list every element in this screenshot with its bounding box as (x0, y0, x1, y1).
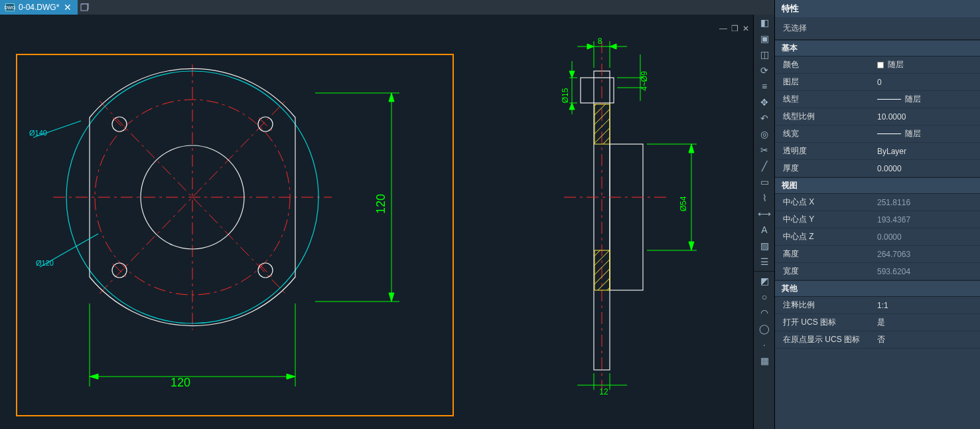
svg-marker-24 (287, 374, 295, 379)
line-icon[interactable]: ╱ (754, 158, 775, 174)
prop-label: 注释比例 (775, 300, 875, 311)
trim-icon[interactable]: ✂ (754, 142, 775, 158)
prop-row-basic-3[interactable]: 线型比例10.0000 (775, 108, 980, 126)
svg-text:Ø120: Ø120 (36, 259, 54, 267)
svg-marker-29 (389, 93, 394, 102)
prop-value[interactable]: 否 (875, 334, 980, 345)
mirror-icon[interactable]: ◫ (754, 46, 775, 62)
prop-value-text: 593.6204 (877, 267, 910, 276)
prop-row-basic-6[interactable]: 厚度0.0000 (775, 160, 980, 177)
prop-value-text: 0.0000 (877, 164, 902, 173)
prop-value-text: 0.0000 (877, 232, 902, 242)
prop-label: 线型比例 (775, 111, 875, 122)
block-icon[interactable]: ◩ (754, 273, 775, 289)
svg-rect-38 (595, 104, 610, 144)
svg-rect-0 (81, 4, 88, 11)
section-basic[interactable]: 基本 (775, 40, 980, 56)
prop-row-other-1[interactable]: 打开 UCS 图标是 (775, 314, 980, 331)
hatch-icon[interactable]: ▨ (754, 238, 775, 254)
properties-panel: 特性 无选择 基本颜色随层图层0线型随层线型比例10.0000线宽随层透明度By… (774, 0, 980, 429)
prop-row-view-1[interactable]: 中心点 Y193.4367 (775, 211, 980, 228)
arc-icon[interactable]: ◠ (754, 305, 775, 321)
new-file-icon (80, 3, 90, 11)
canvas-window-controls: — ❐ ✕ (719, 24, 749, 33)
prop-value-text: 否 (877, 334, 885, 345)
rotate-icon[interactable]: ⟳ (754, 62, 775, 78)
ellipse-icon[interactable]: ◯ (754, 321, 775, 337)
drawing-svg: Ø140 Ø120 120 120 (0, 15, 753, 429)
eraser-icon[interactable]: ◧ (754, 15, 775, 31)
layer-icon[interactable]: ☰ (754, 254, 775, 270)
svg-text:120: 120 (171, 376, 190, 389)
prop-value[interactable]: 193.4367 (875, 215, 980, 224)
prop-row-other-0[interactable]: 注释比例1:1 (775, 297, 980, 314)
linetype-swatch-icon (877, 133, 901, 134)
prop-row-other-2[interactable]: 在原点显示 UCS 图标否 (775, 331, 980, 349)
prop-value[interactable]: ByLayer (875, 147, 980, 156)
prop-value-text: 251.8116 (877, 198, 910, 207)
svg-line-15 (259, 264, 272, 277)
prop-row-basic-2[interactable]: 线型随层 (775, 91, 980, 108)
minimize-icon[interactable]: — (719, 24, 727, 33)
prop-row-view-2[interactable]: 中心点 Z0.0000 (775, 228, 980, 246)
svg-line-14 (113, 264, 126, 277)
svg-marker-59 (689, 144, 694, 153)
prop-label: 宽度 (775, 266, 875, 277)
point-icon[interactable]: · (754, 337, 775, 353)
maximize-icon[interactable]: ❐ (731, 24, 738, 33)
prop-row-view-0[interactable]: 中心点 X251.8116 (775, 194, 980, 211)
circle-icon[interactable]: ○ (754, 289, 775, 305)
svg-rect-33 (610, 144, 643, 290)
prop-row-view-4[interactable]: 宽度593.6204 (775, 263, 980, 280)
polyline-icon[interactable]: ⌇ (754, 190, 775, 206)
tab-title: 0-04.DWG* (19, 3, 59, 12)
prop-value[interactable]: 10.0000 (875, 112, 980, 122)
svg-text:12: 12 (599, 387, 608, 396)
region-icon[interactable]: ▦ (754, 353, 775, 369)
svg-marker-60 (689, 242, 694, 250)
prop-row-basic-4[interactable]: 线宽随层 (775, 126, 980, 143)
file-tab[interactable]: DWG 0-04.DWG* ✕ (0, 0, 78, 15)
prop-row-basic-0[interactable]: 颜色随层 (775, 56, 980, 74)
svg-marker-23 (90, 374, 98, 379)
select-icon[interactable]: ▣ (754, 31, 775, 46)
prop-value[interactable]: 0 (875, 78, 980, 87)
prop-value[interactable]: 593.6204 (875, 267, 980, 276)
prop-value[interactable]: 是 (875, 317, 980, 328)
drawing-canvas[interactable]: — ❐ ✕ (0, 15, 753, 429)
offset-icon[interactable]: ◎ (754, 126, 775, 142)
svg-line-12 (113, 118, 126, 131)
prop-value[interactable]: 264.7063 (875, 250, 980, 259)
prop-value-text: ByLayer (877, 147, 906, 156)
svg-text:4~Ø9: 4~Ø9 (640, 71, 649, 91)
align-icon[interactable]: ≡ (754, 78, 775, 94)
prop-value[interactable]: 随层 (875, 128, 980, 139)
prop-label: 高度 (775, 248, 875, 260)
dimension-icon[interactable]: ⟷ (754, 206, 775, 222)
undo-icon[interactable]: ↶ (754, 110, 775, 126)
prop-value[interactable]: 随层 (875, 94, 980, 105)
prop-value[interactable]: 251.8116 (875, 198, 980, 207)
svg-text:Ø140: Ø140 (29, 129, 47, 137)
new-tab-button[interactable] (78, 0, 92, 15)
prop-label: 线型 (775, 94, 875, 105)
prop-label: 中心点 Y (775, 214, 875, 225)
prop-value[interactable]: 随层 (875, 59, 980, 70)
rect-icon[interactable]: ▭ (754, 174, 775, 190)
prop-label: 中心点 X (775, 197, 875, 208)
prop-row-basic-1[interactable]: 图层0 (775, 74, 980, 91)
prop-row-view-3[interactable]: 高度264.7063 (775, 246, 980, 263)
close-tab-icon[interactable]: ✕ (63, 2, 72, 13)
prop-label: 透明度 (775, 145, 875, 157)
dwg-file-icon: DWG (5, 3, 15, 11)
close-window-icon[interactable]: ✕ (742, 24, 749, 33)
text-icon[interactable]: A (754, 222, 775, 238)
selection-summary[interactable]: 无选择 (775, 17, 980, 40)
section-other[interactable]: 其他 (775, 280, 980, 297)
prop-row-basic-5[interactable]: 透明度ByLayer (775, 143, 980, 160)
prop-value[interactable]: 0.0000 (875, 164, 980, 173)
move-icon[interactable]: ✥ (754, 94, 775, 110)
section-view[interactable]: 视图 (775, 177, 980, 194)
prop-value[interactable]: 0.0000 (875, 232, 980, 242)
prop-value[interactable]: 1:1 (875, 301, 980, 310)
